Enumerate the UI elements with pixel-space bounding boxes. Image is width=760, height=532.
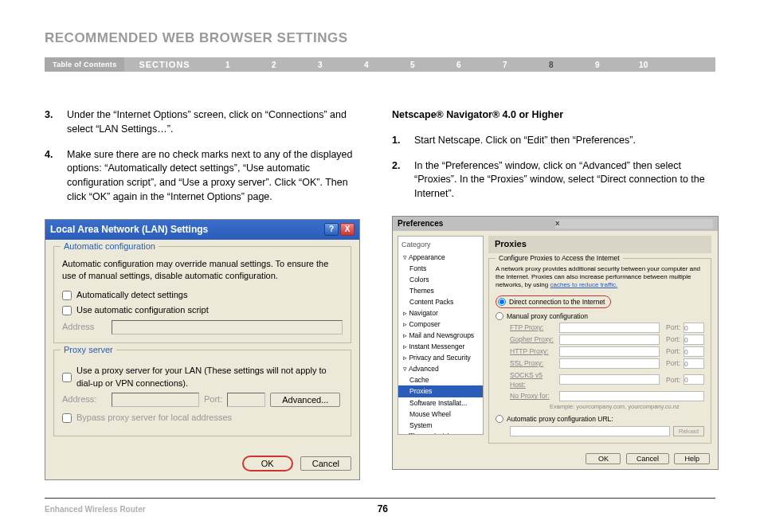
category-tree[interactable]: Category ▿ Appearance Fonts Colors Theme… — [398, 236, 484, 435]
http-port-input[interactable]: 0 — [684, 346, 704, 357]
tree-advanced[interactable]: ▿ Advanced — [398, 363, 483, 374]
proxy-address-label: Address: — [62, 393, 107, 406]
close-icon[interactable]: X — [340, 223, 355, 236]
lan-titlebar: Local Area Network (LAN) Settings ? X — [45, 220, 359, 240]
help-icon[interactable]: ? — [324, 223, 339, 236]
tree-navigator[interactable]: ▹ Navigator — [398, 307, 483, 319]
auto-detect-input[interactable] — [62, 291, 72, 300]
tree-privsec[interactable]: ▹ Privacy and Security — [398, 352, 483, 363]
section-7[interactable]: 7 — [482, 61, 528, 69]
tree-contentpacks[interactable]: Content Packs — [398, 296, 483, 307]
section-4[interactable]: 4 — [343, 61, 390, 69]
tree-appearance[interactable]: ▿ Appearance — [398, 252, 483, 263]
pref-titlebar: Preferences X — [393, 217, 718, 231]
tree-mailnews[interactable]: ▹ Mail and Newsgroups — [398, 330, 483, 341]
auto-config-note: Automatic configuration may override man… — [62, 258, 343, 283]
section-5[interactable]: 5 — [390, 61, 436, 69]
auto-script-input[interactable] — [62, 306, 72, 315]
http-proxy-label: HTTP Proxy: — [510, 346, 556, 356]
reload-button[interactable]: Reload — [673, 426, 704, 436]
gopher-port-label: Port: — [663, 334, 680, 344]
step-3-number: 3. — [45, 108, 67, 137]
ftp-proxy-input[interactable] — [559, 323, 660, 333]
pane-group-title: Configure Proxies to Access the Internet — [496, 253, 623, 263]
auto-script-label: Use automatic configuration script — [76, 304, 209, 317]
toc-link[interactable]: Table of Contents — [45, 57, 124, 72]
category-label: Category — [398, 238, 483, 252]
preferences-dialog: Preferences X Category ▿ Appearance Font… — [392, 216, 719, 470]
tree-system[interactable]: System — [398, 420, 483, 431]
socks-port-input[interactable]: 0 — [684, 374, 704, 385]
tree-im[interactable]: ▹ Instant Messenger — [398, 341, 483, 352]
direct-connection-radio[interactable]: Direct connection to the Internet — [496, 295, 611, 308]
use-proxy-checkbox[interactable]: Use a proxy server for your LAN (These s… — [62, 365, 343, 389]
cancel-button[interactable]: Cancel — [300, 456, 351, 471]
tree-mousewheel[interactable]: Mouse Wheel — [398, 409, 483, 420]
caches-link[interactable]: caches to reduce traffic. — [550, 281, 617, 288]
section-1[interactable]: 1 — [205, 61, 251, 69]
socks-host-label: SOCKS v5 Host: — [510, 370, 556, 389]
left-column: 3. Under the “Internet Options” screen, … — [45, 108, 360, 480]
auto-proxy-input[interactable] — [496, 415, 503, 423]
tree-themes[interactable]: Themes — [398, 285, 483, 296]
gopher-proxy-input[interactable] — [559, 334, 660, 345]
auto-proxy-radio[interactable]: Automatic proxy configuration URL: — [496, 414, 704, 424]
tree-colors[interactable]: Colors — [398, 274, 483, 285]
ssl-proxy-input[interactable] — [559, 358, 660, 369]
noproxy-label: No Proxy for: — [510, 391, 556, 401]
pref-title: Preferences — [398, 218, 555, 229]
tree-offline[interactable]: Offline and Disk Space — [398, 431, 483, 435]
auto-proxy-label: Automatic proxy configuration URL: — [507, 414, 613, 424]
pane-note: A network proxy provides additional secu… — [496, 265, 704, 289]
pref-ok-button[interactable]: OK — [586, 453, 621, 464]
tree-cache[interactable]: Cache — [398, 374, 483, 385]
ok-button[interactable]: OK — [242, 456, 293, 471]
step-2-text: In the “Preferences” window, click on “A… — [414, 159, 719, 201]
section-10[interactable]: 10 — [621, 61, 667, 69]
step-1-text: Start Netscape. Click on “Edit” then “Pr… — [414, 134, 719, 148]
pref-close-icon[interactable]: X — [555, 219, 713, 229]
noproxy-input[interactable] — [559, 391, 704, 401]
section-3[interactable]: 3 — [297, 61, 343, 69]
gopher-port-input[interactable]: 0 — [684, 334, 704, 345]
tree-swinstall[interactable]: Software Installat... — [398, 397, 483, 409]
socks-host-input[interactable] — [559, 374, 660, 385]
ftp-port-input[interactable]: 0 — [684, 323, 704, 333]
section-8[interactable]: 8 — [528, 61, 574, 69]
section-6[interactable]: 6 — [436, 61, 482, 69]
ssl-port-label: Port: — [663, 358, 680, 368]
proxy-port-input — [227, 393, 265, 407]
step-3-text: Under the “Internet Options” screen, cli… — [67, 108, 360, 137]
address-input — [112, 320, 343, 334]
proxy-group-title: Proxy server — [61, 344, 116, 357]
use-proxy-input[interactable] — [62, 373, 72, 382]
tree-fonts[interactable]: Fonts — [398, 263, 483, 274]
tree-proxies[interactable]: Proxies — [398, 385, 483, 397]
http-port-label: Port: — [663, 346, 680, 356]
http-proxy-input[interactable] — [559, 346, 660, 357]
bypass-input[interactable] — [62, 413, 72, 423]
auto-url-input[interactable] — [510, 426, 670, 436]
manual-proxy-radio[interactable]: Manual proxy configuration — [496, 311, 704, 321]
bypass-checkbox[interactable]: Bypass proxy server for local addresses — [62, 412, 343, 424]
ftp-port-label: Port: — [663, 323, 680, 332]
page-heading: RECOMMENDED WEB BROWSER SETTINGS — [45, 30, 715, 46]
direct-connection-input[interactable] — [498, 298, 506, 306]
step-4-text: Make sure there are no check marks next … — [67, 148, 360, 205]
pref-cancel-button[interactable]: Cancel — [626, 453, 669, 464]
socks-port-label: Port: — [663, 375, 680, 385]
tree-composer[interactable]: ▹ Composer — [398, 319, 483, 330]
auto-detect-checkbox[interactable]: Automatically detect settings — [62, 289, 343, 302]
advanced-button[interactable]: Advanced... — [270, 393, 340, 407]
proxy-address-input — [112, 393, 199, 407]
ftp-proxy-label: FTP Proxy: — [510, 323, 556, 332]
ssl-port-input[interactable]: 0 — [684, 358, 704, 369]
proxy-port-label: Port: — [204, 393, 222, 406]
pref-help-button[interactable]: Help — [674, 453, 710, 464]
auto-script-checkbox[interactable]: Use automatic configuration script — [62, 304, 343, 317]
manual-proxy-label: Manual proxy configuration — [507, 311, 588, 321]
manual-proxy-input[interactable] — [496, 312, 503, 320]
section-2[interactable]: 2 — [251, 61, 297, 69]
section-9[interactable]: 9 — [574, 61, 621, 69]
proxies-pane: Proxies Configure Proxies to Access the … — [488, 231, 718, 448]
